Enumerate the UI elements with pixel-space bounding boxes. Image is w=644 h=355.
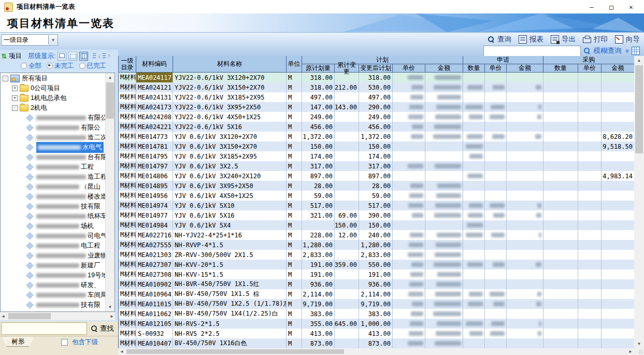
cell-value[interactable] [463, 151, 485, 161]
cell-unit[interactable]: M [287, 73, 302, 82]
tree-item-project-5[interactable]: 工程 [1, 162, 106, 172]
cell-value[interactable]: 355.00 [302, 319, 335, 329]
cell-value[interactable] [543, 230, 578, 240]
cell-value[interactable] [602, 220, 634, 230]
cell-value[interactable] [507, 171, 543, 181]
tree-item-project-20[interactable]: 建宿舍 [1, 310, 106, 311]
tree-item-project-2[interactable]: 造二次 [1, 133, 106, 143]
tree-item-project-12[interactable]: 司电气 [1, 231, 106, 241]
cell-value[interactable] [463, 112, 485, 122]
cell-catalog[interactable]: M材料 [119, 230, 136, 240]
cell-value[interactable] [602, 269, 634, 279]
cell-catalog[interactable]: M材料 [119, 329, 136, 338]
cell-catalog[interactable]: M材料 [119, 299, 136, 309]
catalog-level-select[interactable]: 一级目录 ▼ [1, 34, 58, 46]
cell-value[interactable] [463, 319, 485, 329]
cell-value[interactable]: 147.00 [302, 102, 335, 112]
refresh-icon[interactable]: ⇅ [1, 52, 7, 60]
cell-value[interactable] [602, 289, 634, 299]
view-mode-icon-2[interactable] [68, 52, 77, 61]
tree-item-project-17[interactable]: 研发、 [1, 280, 106, 290]
cell-material-code[interactable]: ME014974 [136, 201, 173, 210]
tree-item-1机电总承包[interactable]: +1机电总承包 [1, 93, 106, 103]
cell-material-name[interactable]: YJV22-0.6/1kV 3X150+2X70 [173, 82, 287, 92]
cell-material-code[interactable]: MEA024117 [136, 73, 173, 82]
cell-value[interactable] [425, 122, 463, 132]
cell-value[interactable] [507, 132, 543, 141]
cell-material-name[interactable]: NH-BV-450/750V 1X2.5 (1/1.78)灰 [173, 299, 287, 309]
cell-value[interactable] [393, 201, 425, 210]
sub-header-计划-累计变更[interactable]: 累计变更 [335, 64, 359, 73]
cell-value[interactable] [463, 210, 485, 220]
cell-value[interactable] [335, 329, 359, 338]
cell-value[interactable]: 550.00 [359, 260, 393, 269]
cell-material-code[interactable]: MEA010902 [136, 279, 173, 289]
cell-value[interactable] [485, 181, 507, 191]
cell-value[interactable] [543, 240, 578, 250]
cell-value[interactable] [463, 299, 485, 309]
table-scroll-thumb[interactable] [635, 65, 643, 153]
table-row[interactable]: M材料ME014781YJV 0.6/1kV 3X150+2X70M150.00… [119, 141, 634, 151]
tree-item-project-3[interactable]: 水电气 [1, 143, 106, 152]
radio-未完工[interactable]: 未完工 [47, 62, 74, 70]
cell-value[interactable] [393, 151, 425, 161]
cell-value[interactable]: 317.00 [302, 161, 335, 171]
cell-material-name[interactable]: YJV22-0.6/1kV 4X50+1X25 [173, 112, 287, 122]
cell-value[interactable] [393, 279, 425, 289]
cell-value[interactable] [485, 112, 507, 122]
cell-value[interactable]: 517.00 [359, 201, 393, 210]
cell-value[interactable] [463, 92, 485, 102]
cell-value[interactable] [485, 319, 507, 329]
cell-unit[interactable]: M [287, 122, 302, 132]
group-header-采购[interactable]: 采购 [543, 56, 634, 64]
cell-unit[interactable]: M [287, 250, 302, 260]
cell-value[interactable] [578, 181, 602, 191]
cell-material-code[interactable]: MEA011062 [136, 309, 173, 319]
cell-material-name[interactable]: ZR-RVV-300/500V 2X1.5 [173, 250, 287, 260]
cell-material-code[interactable]: ME014984 [136, 220, 173, 230]
cell-value[interactable] [507, 230, 543, 240]
cell-value[interactable]: 191.00 [359, 269, 393, 279]
cell-value[interactable] [602, 250, 634, 260]
cell-value[interactable]: 645.00 [335, 319, 359, 329]
resize-grip[interactable] [634, 348, 644, 355]
cell-value[interactable] [463, 201, 485, 210]
cell-value[interactable] [578, 141, 602, 151]
cell-value[interactable]: 2,114.00 [359, 289, 393, 299]
cell-unit[interactable]: M [287, 112, 302, 122]
cell-catalog[interactable]: M材料 [119, 279, 136, 289]
fuzzy-search-icon[interactable] [584, 48, 591, 54]
cell-unit[interactable]: M [287, 210, 302, 220]
cell-value[interactable]: 1,000.00 [359, 319, 393, 329]
table-row[interactable]: M材料ME014797YJV 0.6/1kV 3X2.5M317.00317.0… [119, 161, 634, 171]
tree-item-project-13[interactable]: 电工程 [1, 241, 106, 251]
table-vertical-scrollbar[interactable]: ▲ ▼ [634, 56, 644, 348]
cell-value[interactable]: 150.00 [359, 220, 393, 230]
tree-item-project-1[interactable]: 有限公 [1, 123, 106, 133]
view-mode-icon-1[interactable] [58, 52, 66, 61]
cell-value[interactable] [507, 279, 543, 289]
cell-value[interactable] [507, 309, 543, 319]
cell-value[interactable] [425, 210, 463, 220]
cell-material-code[interactable]: MEA022716 [136, 230, 173, 240]
tree-item-project-16[interactable]: 19号地 [1, 271, 106, 280]
cell-material-name[interactable]: NH-BV-450/750V 1X4(1/2.25)白 [173, 309, 287, 319]
tree-item-project-10[interactable]: 纸杯车 [1, 211, 106, 221]
table-row[interactable]: M材料MEA022716NH-YJV22-4*25+1*16M228.0012.… [119, 230, 634, 240]
table-row[interactable]: M材料MEA021303ZR-RVV-300/500V 2X1.5M2,833.… [119, 250, 634, 260]
cell-material-code[interactable]: ME014895 [136, 181, 173, 191]
cell-value[interactable] [485, 73, 507, 82]
cell-value[interactable] [543, 151, 578, 161]
sub-header-计划-原计划量[interactable]: 原计划量 [302, 64, 335, 73]
cell-value[interactable]: 9,518.50 [602, 141, 634, 151]
table-row[interactable]: M材料ME014984YJV 0.6/1kV 5X4M150.00150.00 [119, 220, 634, 230]
cell-value[interactable] [543, 141, 578, 151]
expand-more-icon[interactable]: « [623, 49, 631, 52]
cell-value[interactable] [393, 299, 425, 309]
cell-value[interactable] [393, 181, 425, 191]
collapse-icon[interactable]: - [12, 105, 18, 111]
cell-value[interactable] [425, 102, 463, 112]
cell-value[interactable]: 191.00 [302, 260, 335, 269]
cell-value[interactable] [463, 171, 485, 181]
cell-value[interactable] [425, 299, 463, 309]
